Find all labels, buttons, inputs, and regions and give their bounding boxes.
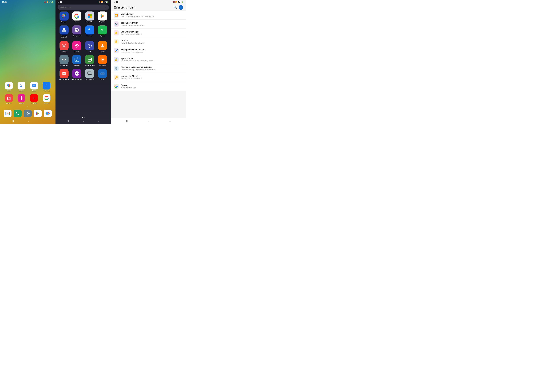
drawer-app-game[interactable]: Game Launcher (72, 69, 82, 80)
facebook-drawer-label: Facebook (87, 35, 93, 37)
youtube-icon-wrap (30, 94, 38, 102)
home-app-google[interactable]: G Google (17, 82, 25, 92)
gmail-icon (4, 110, 11, 117)
dock-settings[interactable] (24, 110, 32, 117)
svg-point-6 (8, 97, 10, 99)
settings-item-accounts[interactable]: 🔑 Konten und Sicherung Samsung Cloud, Sm… (111, 73, 186, 82)
chrome-icon (44, 110, 52, 117)
notif-icon-wrap: 🔔 (114, 30, 119, 35)
drawer-search-input[interactable] (60, 6, 105, 8)
svg-point-9 (21, 97, 22, 99)
svg-point-49 (76, 45, 77, 46)
google-settings-icon-wrap (114, 84, 119, 89)
svg-rect-81 (102, 74, 103, 74)
drawer-app-facebook[interactable]: f Facebook (84, 25, 95, 39)
settings-home-btn[interactable]: ○ (148, 120, 150, 122)
home-row-1: Maps G Google News f Facebook (3, 82, 53, 92)
drawer-app-sms[interactable]: SMS Services (84, 69, 95, 80)
settings-item-display[interactable]: ☀️ Anzeige Helligkeit, Blaufilter, Start… (111, 37, 186, 46)
google2-icon-wrap (43, 94, 50, 102)
drawer-app-notes[interactable]: Samsung Notes (59, 69, 69, 80)
dock-gmail[interactable] (4, 110, 11, 117)
sms-label: SMS Services (85, 79, 94, 80)
notif-title: Benachrichtigungen (121, 31, 183, 33)
drawer-app-samsung-members[interactable]: Samsung Members (59, 25, 69, 39)
galerie-drawer-label: Galerie (74, 51, 79, 52)
home-app-maps[interactable]: Maps (5, 82, 13, 92)
kamera-drawer-label: Kamera (61, 51, 66, 52)
spotify-label: Spotify (100, 35, 105, 37)
drawer-app-google[interactable]: Google (72, 11, 82, 23)
home-screen: 12:49 🔇 📶 51%🔋 Maps G Google (0, 0, 56, 124)
home-dock (0, 110, 56, 117)
settings-back-btn[interactable]: ‹ (170, 120, 171, 122)
home-app-youtube[interactable]: YouTube (30, 94, 38, 104)
dock-playstore[interactable] (34, 110, 42, 117)
drawer-app-galaxy-store[interactable]: Galaxy Store (72, 25, 82, 39)
dock-chrome[interactable] (44, 110, 52, 117)
page-dot-1 (27, 106, 28, 107)
google-drawer-label: Google (74, 21, 79, 23)
mute-icon: 🔇 (44, 1, 46, 3)
drawer-search-bar[interactable]: ⋮ (57, 5, 109, 10)
drawer-app-gboard[interactable]: Gboard (97, 69, 108, 80)
svg-rect-4 (33, 86, 35, 86)
biometrics-title: Biometrische Daten und Sicherheit (121, 66, 183, 69)
accounts-sub: Samsung Cloud, Smart Switch (121, 78, 183, 80)
svg-rect-77 (102, 73, 102, 73)
home-app-kamera[interactable]: Kamera (5, 94, 13, 104)
drawer-app-galerie[interactable]: Galerie (72, 41, 82, 52)
drawer-content: 12:50 🔇 📶 51%🔋 ⋮ Samsung (56, 0, 111, 124)
settings-header-actions: 🔍 👤 (174, 5, 183, 10)
settings-recents-btn[interactable]: ||| (126, 120, 128, 122)
settings-status-bar: 12:50 🔇 📶 51%🔋 (111, 0, 186, 3)
drawer-app-samsung[interactable]: Samsung (59, 11, 69, 23)
drawer-search-menu[interactable]: ⋮ (105, 6, 107, 9)
home-app-google2[interactable]: Google (43, 94, 50, 104)
drawer-app-playstore[interactable]: Play Store (97, 11, 108, 23)
drawer-app-play-musik[interactable]: Play Musik (97, 55, 108, 66)
home-app-galerie[interactable]: Galerie (17, 94, 25, 104)
drawer-app-uhr[interactable]: Uhr (84, 41, 95, 52)
settings-item-verbindungen[interactable]: 📶 Verbindungen WLAN, Bluetooth, Datennut… (111, 11, 186, 20)
svg-rect-27 (62, 14, 63, 15)
svg-text:G: G (19, 84, 22, 88)
accounts-text: Konten und Sicherung Samsung Cloud, Smar… (121, 75, 183, 80)
back-button[interactable]: ‹ (43, 120, 43, 122)
drawer-app-microsoft[interactable]: Microsoft Apps (84, 11, 95, 23)
settings-account-avatar[interactable]: 👤 (179, 5, 183, 10)
google-settings-title: Google (121, 84, 183, 86)
settings-item-lockscreen[interactable]: 🔒 Sperrbildschirm Sperrbildschirmtyp, Al… (111, 55, 186, 64)
home-button[interactable]: ○ (28, 120, 29, 122)
settings-item-biometrics[interactable]: 🛡️ Biometrische Daten und Sicherheit Ges… (111, 64, 186, 73)
accounts-settings-icon: 🔑 (115, 76, 118, 79)
drawer-back-btn[interactable]: ‹ (98, 120, 99, 122)
settings-item-google[interactable]: Google Google-Einstellungen (111, 82, 186, 91)
drawer-recents-btn[interactable]: ||| (68, 120, 69, 122)
drawer-app-kontakte[interactable]: Kontakte (97, 41, 108, 52)
spotify-icon (98, 25, 107, 34)
drawer-app-kalender[interactable]: 20 Kalender (72, 55, 82, 66)
drawer-home-btn[interactable]: ○ (83, 120, 84, 122)
playstore-drawer-icon (98, 11, 107, 21)
drawer-app-spotify[interactable]: Spotify (97, 25, 108, 39)
app-drawer: 12:50 🔇 📶 51%🔋 ⋮ Samsung (56, 0, 111, 124)
drawer-app-kamera[interactable]: Kamera (59, 41, 69, 52)
recents-button[interactable]: ||| (12, 120, 14, 122)
home-app-facebook[interactable]: f Facebook (43, 82, 50, 92)
kamera-drawer-icon (59, 41, 68, 50)
einstellungen-drawer-label: Einstellungen (60, 65, 68, 66)
verbindungen-sub: WLAN, Bluetooth, Datennutzung, Offline-M… (121, 16, 183, 17)
settings-item-tone[interactable]: 🔊 Töne und Vibration Tonmodus, Klingelto… (111, 20, 186, 29)
drawer-app-einstellungen[interactable]: Einstellungen (59, 55, 69, 66)
settings-item-notifications[interactable]: 🔔 Benachrichtigungen Sperren, zulassen, … (111, 29, 186, 37)
svg-point-16 (27, 113, 28, 114)
home-app-news[interactable]: News (30, 82, 38, 92)
settings-item-wallpaper[interactable]: 🖌️ Hintergründe und Themes Hintergründe,… (111, 46, 186, 55)
settings-search-button[interactable]: 🔍 (174, 6, 177, 9)
drawer-app-rechner[interactable]: ÷×+- Taschenrechner (84, 55, 95, 66)
svg-rect-30 (63, 14, 64, 15)
svg-point-51 (78, 45, 79, 46)
drawer-page-dots (56, 116, 111, 118)
dock-phone[interactable] (14, 110, 22, 117)
